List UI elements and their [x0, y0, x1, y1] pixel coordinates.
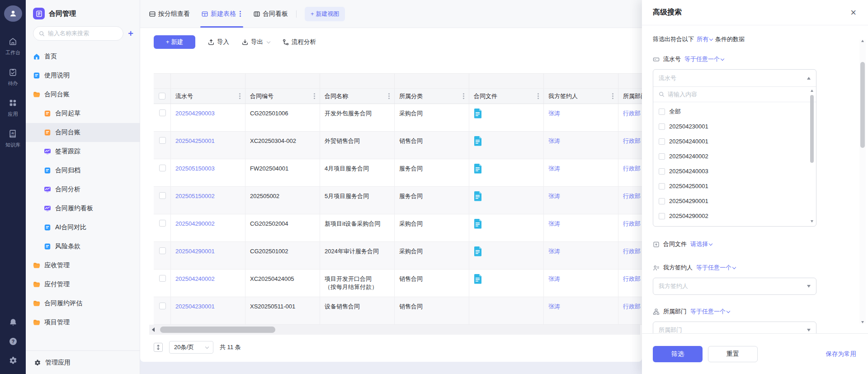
contract-file-icon[interactable]: [474, 191, 482, 204]
column-menu-icon[interactable]: [314, 95, 315, 97]
reset-button[interactable]: 重置: [708, 346, 758, 362]
sidebar-footer-manage-apps[interactable]: 管理应用: [26, 350, 140, 374]
table-row[interactable]: 202504240002XC20250424005项目开发开口合同 （按每月结算…: [154, 270, 642, 297]
row-checkbox[interactable]: [159, 275, 166, 282]
dept-operator-dropdown[interactable]: 等于任意一个: [690, 308, 730, 316]
rail-item-todo[interactable]: 待办: [5, 68, 20, 87]
filter-mode-dropdown[interactable]: 所有: [697, 35, 712, 43]
table-row[interactable]: 2025051500022025050025月项目服务合同服务合同张涛行政部: [154, 187, 642, 214]
dept-link[interactable]: 行政部: [623, 165, 641, 172]
contract-file-icon[interactable]: [474, 163, 482, 176]
file-operator-dropdown[interactable]: 请选择: [690, 240, 712, 248]
serial-link[interactable]: 202504230001: [175, 303, 215, 310]
sidebar-item-contract-ledger[interactable]: 合同台账: [26, 123, 140, 142]
row-checkbox[interactable]: [159, 165, 166, 171]
import-button[interactable]: 导入: [208, 38, 229, 46]
dept-link[interactable]: 行政部: [623, 275, 641, 282]
option-checkbox[interactable]: [659, 213, 665, 219]
column-menu-icon[interactable]: [239, 95, 241, 97]
option-checkbox[interactable]: [659, 123, 665, 130]
table-row[interactable]: 202504290003CG202501006开发外包服务合同采购合同张涛行政部: [154, 104, 642, 132]
scroll-left-icon[interactable]: [149, 327, 157, 332]
rail-help-button[interactable]: ?: [9, 337, 18, 348]
avatar[interactable]: [4, 5, 22, 22]
scrollbar-thumb[interactable]: [860, 62, 865, 148]
dept-link[interactable]: 行政部: [623, 303, 641, 310]
contract-file-icon[interactable]: [474, 274, 482, 286]
table-row[interactable]: 202504250001XC20250304-002外贸销售合同销售合同张涛行政…: [154, 132, 642, 159]
signer-link[interactable]: 张涛: [548, 303, 560, 310]
signer-link[interactable]: 张涛: [548, 220, 560, 227]
option-checkbox[interactable]: [659, 138, 665, 145]
row-checkbox[interactable]: [159, 303, 166, 309]
sidebar-item-usage-guide[interactable]: 使用说明: [26, 66, 140, 85]
contract-file-icon[interactable]: [474, 136, 482, 148]
save-as-favorite-link[interactable]: 保存为常用: [826, 350, 857, 358]
filter-button[interactable]: 筛选: [653, 346, 703, 362]
signer-operator-dropdown[interactable]: 等于任意一个: [696, 264, 736, 272]
row-checkbox[interactable]: [159, 137, 166, 144]
serial-operator-dropdown[interactable]: 等于任意一个: [684, 55, 724, 63]
option-checkbox[interactable]: [659, 153, 665, 160]
select-all-checkbox[interactable]: [159, 93, 165, 99]
sidebar-item-projects[interactable]: 项目管理: [26, 313, 140, 332]
column-menu-icon[interactable]: [463, 95, 464, 97]
export-button[interactable]: 导出: [242, 38, 270, 46]
sidebar-item-risk-clauses[interactable]: 风险条款: [26, 237, 140, 256]
scrollbar-thumb[interactable]: [160, 327, 275, 333]
option-checkbox[interactable]: [659, 183, 665, 189]
sidebar-item-performance-eval[interactable]: 合同履约评估: [26, 294, 140, 313]
option-checkbox[interactable]: [659, 168, 665, 175]
table-row[interactable]: 202504230001XS20250511-001设备销售合同销售合同张涛行政…: [154, 297, 642, 325]
signer-link[interactable]: 张涛: [548, 193, 560, 199]
column-header-signer[interactable]: 我方签约人: [544, 89, 618, 104]
rail-item-apps[interactable]: 应用: [5, 99, 20, 118]
tab-contract-board[interactable]: 合同看板: [254, 0, 288, 28]
row-height-button[interactable]: [154, 343, 163, 352]
serial-link[interactable]: 202504290003: [175, 110, 215, 117]
option-checkbox[interactable]: [659, 109, 665, 115]
scroll-up-icon[interactable]: [811, 90, 813, 92]
sidebar-item-receivables[interactable]: 应收管理: [26, 256, 140, 275]
scrollbar-thumb[interactable]: [810, 95, 814, 163]
serial-link[interactable]: 202504240002: [175, 275, 215, 282]
dept-link[interactable]: 行政部: [623, 220, 641, 227]
scroll-up-icon[interactable]: [861, 40, 864, 42]
panel-scrollbar[interactable]: [859, 40, 866, 323]
column-menu-icon[interactable]: [388, 95, 390, 97]
dropdown-search-input[interactable]: 请输入内容: [653, 87, 816, 102]
dropdown-option[interactable]: 202504240002: [653, 149, 816, 164]
option-checkbox[interactable]: [659, 198, 665, 204]
tab-new-table[interactable]: 新建表格: [202, 0, 242, 28]
sidebar-item-contract-ledger-group[interactable]: 合同台账: [26, 85, 140, 104]
column-header-name[interactable]: 合同名称: [320, 89, 395, 104]
column-header-serial[interactable]: 流水号: [171, 89, 245, 104]
dropdown-option[interactable]: 202504240003: [653, 164, 816, 179]
sidebar-item-contract-draft[interactable]: 合同起草: [26, 104, 140, 123]
tab-group-view[interactable]: 按分组查看: [149, 0, 190, 28]
serial-select[interactable]: 流水号: [653, 70, 816, 87]
rail-settings-button[interactable]: [9, 356, 18, 367]
row-checkbox[interactable]: [159, 192, 166, 199]
dropdown-option[interactable]: 202504230001: [653, 119, 816, 134]
column-header-file[interactable]: 合同文件: [469, 89, 544, 104]
column-menu-icon[interactable]: [538, 95, 539, 97]
table-row[interactable]: 202504290002CG202502004新项目it设备采购合同采购合同张涛…: [154, 214, 642, 242]
serial-link[interactable]: 202504250001: [175, 137, 215, 144]
dropdown-option[interactable]: 202504290002: [653, 208, 816, 223]
dept-link[interactable]: 行政部: [623, 137, 641, 144]
signer-link[interactable]: 张涛: [548, 110, 560, 117]
dropdown-option[interactable]: 202504240001: [653, 134, 816, 149]
signer-select[interactable]: 我方签约人: [653, 278, 816, 295]
contract-file-icon[interactable]: [474, 246, 482, 259]
column-header-dept[interactable]: 所属部门: [618, 89, 642, 104]
sidebar-item-performance-board[interactable]: 合同履约看板: [26, 199, 140, 218]
row-checkbox[interactable]: [159, 109, 166, 116]
sidebar-item-payables[interactable]: 应付管理: [26, 275, 140, 294]
table-row[interactable]: 202504290001CG2025010022024年审计服务合同采购合同张涛…: [154, 242, 642, 270]
table-row[interactable]: 202505150003FW2025040014月项目服务合同服务合同张涛行政部: [154, 159, 642, 187]
dropdown-option[interactable]: 202504250001: [653, 179, 816, 194]
new-record-button[interactable]: + 新建: [154, 35, 195, 49]
tab-menu-icon[interactable]: [240, 13, 241, 14]
close-icon[interactable]: ×: [850, 8, 856, 18]
